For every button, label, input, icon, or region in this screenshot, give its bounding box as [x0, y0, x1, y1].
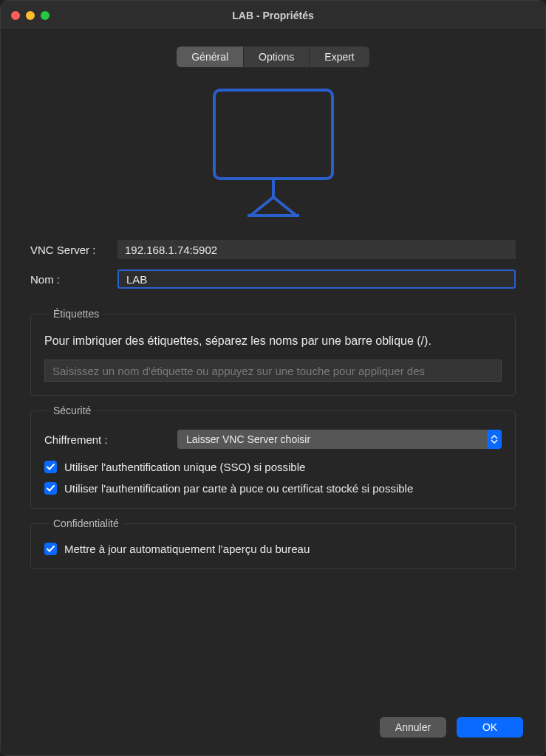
- encryption-row: Chiffrement : Laisser VNC Server choisir: [44, 430, 502, 449]
- ok-button[interactable]: OK: [457, 717, 523, 738]
- vnc-server-input[interactable]: [117, 240, 516, 259]
- labels-help-text: Pour imbriquer des étiquettes, séparez l…: [44, 333, 502, 349]
- encryption-select[interactable]: Laisser VNC Server choisir: [177, 430, 502, 449]
- preview-checkbox[interactable]: [44, 543, 57, 555]
- tab-expert[interactable]: Expert: [310, 47, 369, 67]
- encryption-label: Chiffrement :: [44, 433, 177, 446]
- preview-checkbox-row: Mettre à jour automatiquement l'aperçu d…: [44, 543, 502, 555]
- vnc-server-row: VNC Server :: [30, 240, 516, 259]
- properties-window: LAB - Propriétés Général Options Expert …: [0, 0, 546, 756]
- chevron-updown-icon: [487, 430, 502, 449]
- footer: Annuler OK: [1, 702, 545, 755]
- smartcard-label: Utiliser l'authentification par carte à …: [64, 482, 413, 495]
- maximize-icon[interactable]: [41, 11, 50, 20]
- window-title: LAB - Propriétés: [1, 10, 545, 21]
- tab-general[interactable]: Général: [177, 47, 244, 67]
- labels-input[interactable]: [44, 360, 502, 382]
- name-input[interactable]: [117, 269, 516, 289]
- encryption-value: Laisser VNC Server choisir: [186, 433, 310, 445]
- sso-label: Utiliser l'authentification unique (SSO)…: [64, 461, 305, 473]
- smartcard-checkbox-row: Utiliser l'authentification par carte à …: [44, 482, 502, 495]
- cancel-button[interactable]: Annuler: [380, 717, 446, 738]
- labels-section: Étiquettes Pour imbriquer des étiquettes…: [30, 308, 516, 396]
- vnc-server-label: VNC Server :: [30, 244, 117, 256]
- privacy-legend: Confidentialité: [49, 518, 123, 529]
- minimize-icon[interactable]: [26, 11, 35, 20]
- sso-checkbox-row: Utiliser l'authentification unique (SSO)…: [44, 461, 502, 473]
- sso-checkbox[interactable]: [44, 461, 57, 473]
- tab-options[interactable]: Options: [244, 47, 310, 67]
- labels-legend: Étiquettes: [49, 308, 103, 320]
- preview-label: Mettre à jour automatiquement l'aperçu d…: [64, 543, 310, 555]
- security-legend: Sécurité: [49, 405, 95, 416]
- monitor-icon: [30, 73, 516, 240]
- name-label: Nom :: [30, 273, 117, 286]
- svg-rect-0: [214, 90, 332, 179]
- name-row: Nom :: [30, 269, 516, 289]
- security-section: Sécurité Chiffrement : Laisser VNC Serve…: [30, 405, 516, 509]
- close-icon[interactable]: [11, 11, 20, 20]
- tab-bar: Général Options Expert: [30, 30, 516, 73]
- privacy-section: Confidentialité Mettre à jour automatiqu…: [30, 518, 516, 569]
- traffic-lights: [1, 11, 50, 20]
- titlebar: LAB - Propriétés: [1, 1, 545, 30]
- smartcard-checkbox[interactable]: [44, 482, 57, 495]
